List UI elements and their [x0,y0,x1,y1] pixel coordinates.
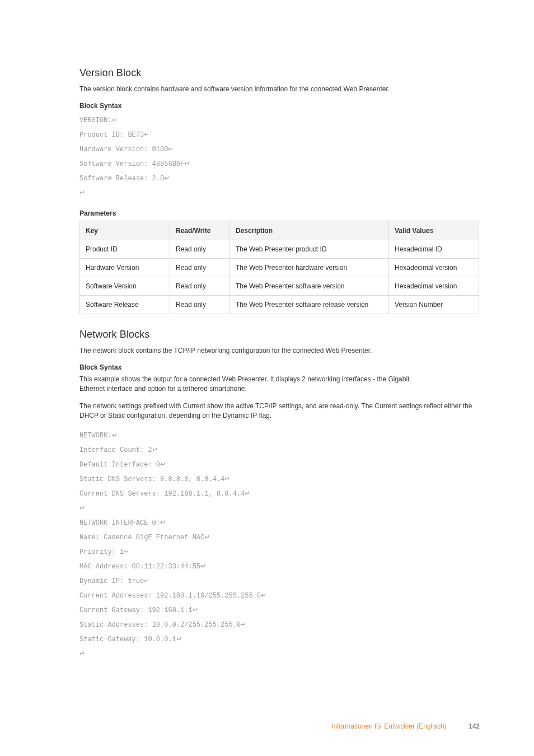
parameters-heading: Parameters [79,209,480,217]
table-cell: The Web Presenter software release versi… [230,296,389,314]
table-cell: Read only [170,277,230,296]
table-cell: Read only [170,240,230,259]
th-rw: Read/Write [170,221,230,240]
table-cell: Software Version [80,277,170,296]
footer-page-number: 142 [469,722,480,730]
table-cell: Hexadecimal version [389,259,479,277]
version-block-title: Version Block [79,67,480,79]
table-row: Product IDRead onlyThe Web Presenter pro… [80,240,479,259]
table-row: Software VersionRead onlyThe Web Present… [80,277,479,296]
th-key: Key [80,221,170,240]
table-cell: Version Number [389,296,479,314]
table-row: Software ReleaseRead onlyThe Web Present… [80,296,479,314]
table-cell: The Web Presenter product ID [230,240,389,259]
table-cell: Read only [170,259,230,277]
parameters-table: Key Read/Write Description Valid Values … [79,221,479,314]
table-cell: Hardware Version [80,259,170,277]
page-content: Version Block The version block contains… [0,0,534,756]
table-cell: Hexadecimal version [389,277,479,296]
block-syntax-heading-1: Block Syntax [79,102,480,110]
page-footer: Informationen für Entwickler (Englisch) … [331,722,480,730]
table-cell: Read only [170,296,230,314]
network-p1: This example shows the output for a conn… [79,375,427,394]
th-vals: Valid Values [389,221,479,240]
network-code-block: NETWORK:↵ Interface Count: 2↵ Default In… [79,428,480,661]
table-cell: Software Release [80,296,170,314]
network-p2: The network settings prefixed with Curre… [79,402,478,421]
version-code-block: VERSION:↵ Product ID: BE73↵ Hardware Ver… [79,113,480,200]
version-block-intro: The version block contains hardware and … [79,85,427,94]
table-row: Hardware VersionRead onlyThe Web Present… [80,259,479,277]
network-blocks-title: Network Blocks [79,329,480,340]
network-blocks-intro: The network block contains the TCP/IP ne… [79,346,427,356]
th-desc: Description [230,221,389,240]
table-body: Product IDRead onlyThe Web Presenter pro… [80,240,479,314]
table-cell: The Web Presenter hardware version [230,259,389,277]
table-header-row: Key Read/Write Description Valid Values [80,221,479,240]
table-cell: Hexadecimal ID [389,240,479,259]
table-cell: Product ID [80,240,170,259]
block-syntax-heading-2: Block Syntax [79,363,480,371]
table-cell: The Web Presenter software version [230,277,389,296]
footer-section-name: Informationen für Entwickler (Englisch) [331,722,446,730]
